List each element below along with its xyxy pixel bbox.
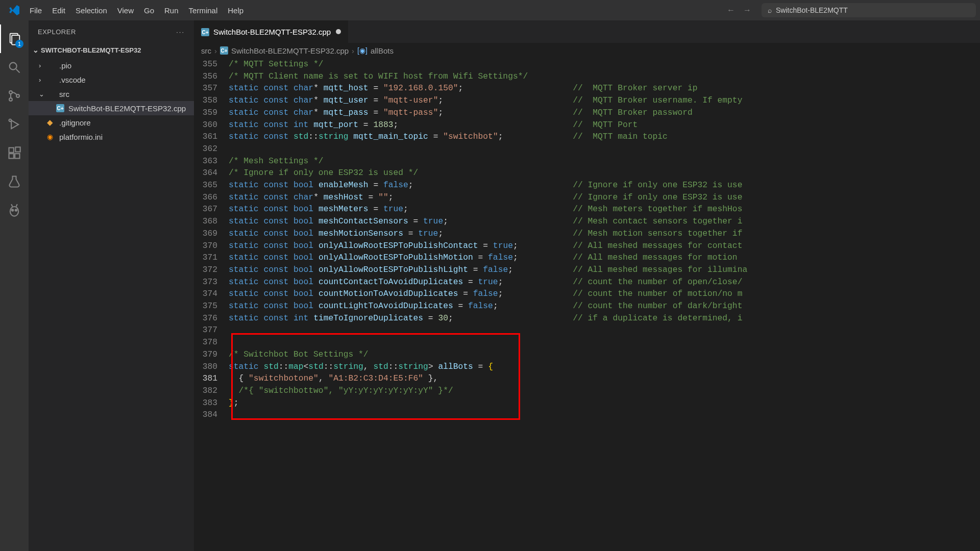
line-number: 355 — [194, 58, 229, 70]
nav-back-icon[interactable]: ← — [723, 6, 739, 15]
menubar: FileEditSelectionViewGoRunTerminalHelp ←… — [0, 0, 980, 20]
file-tree: ›.pio›.vscode⌄srcC+SwitchBot-BLE2MQTT-ES… — [29, 57, 194, 145]
activity-bar: 1 — [0, 20, 29, 551]
menu-selection[interactable]: Selection — [70, 6, 112, 15]
code-line: 370static const bool onlyAllowRootESPToP… — [194, 240, 980, 252]
file-item[interactable]: C+SwitchBot-BLE2MQTT-ESP32.cpp — [29, 101, 194, 115]
line-content: static const int timeToIgnoreDuplicates … — [229, 312, 980, 324]
tree-label: platformio.ini — [59, 133, 103, 141]
line-content: /* MQTT Client name is set to WIFI host … — [229, 70, 980, 83]
breadcrumb-part[interactable]: allBots — [371, 46, 394, 55]
line-number: 366 — [194, 191, 229, 204]
chevron-down-icon: ⌄ — [39, 90, 47, 98]
more-icon[interactable]: ··· — [176, 28, 185, 36]
search-text: SwitchBot-BLE2MQTT — [776, 6, 848, 14]
activity-search[interactable] — [0, 53, 29, 82]
platformio-file-icon: ◉ — [47, 133, 56, 141]
code-line: 381 { "switchbotone", "A1:B2:C3:D4:E5:F6… — [194, 372, 980, 385]
folder-item[interactable]: ›.pio — [29, 58, 194, 72]
code-line: 379/* Switchbot Bot Settings */ — [194, 348, 980, 361]
code-line: 357static const char* mqtt_host = "192.1… — [194, 82, 980, 94]
line-number: 371 — [194, 252, 229, 264]
code-line: 368static const bool meshContactSensors … — [194, 215, 980, 228]
nav-forward-icon[interactable]: → — [739, 6, 755, 15]
svg-line-17 — [16, 204, 17, 207]
menu-view[interactable]: View — [112, 6, 139, 15]
menu-help[interactable]: Help — [223, 6, 249, 15]
activity-debug[interactable] — [0, 110, 29, 139]
code-line: 377 — [194, 324, 980, 336]
line-number: 382 — [194, 385, 229, 397]
line-number: 362 — [194, 143, 229, 155]
tab-bar: C+ SwitchBot-BLE2MQTT-ESP32.cpp — [194, 20, 980, 43]
tree-label: SwitchBot-BLE2MQTT-ESP32.cpp — [68, 104, 186, 113]
line-number: 360 — [194, 119, 229, 131]
line-number: 375 — [194, 300, 229, 312]
activity-extensions[interactable] — [0, 139, 29, 167]
project-header[interactable]: ⌄ SWITCHBOT-BLE2MQTT-ESP32 — [29, 43, 194, 57]
editor-tab[interactable]: C+ SwitchBot-BLE2MQTT-ESP32.cpp — [194, 20, 349, 43]
line-number: 356 — [194, 70, 229, 83]
code-editor[interactable]: 355/* MQTT Settings */356/* MQTT Client … — [194, 58, 980, 551]
code-line: 369static const bool meshMotionSensors =… — [194, 228, 980, 240]
line-number: 381 — [194, 372, 229, 385]
line-number: 357 — [194, 82, 229, 94]
line-number: 369 — [194, 228, 229, 240]
line-content: static const bool onlyAllowRootESPToPubl… — [229, 264, 980, 276]
tab-label: SwitchBot-BLE2MQTT-ESP32.cpp — [213, 28, 331, 36]
project-name: SWITCHBOT-BLE2MQTT-ESP32 — [41, 46, 141, 54]
menu-go[interactable]: Go — [139, 6, 159, 15]
svg-rect-10 — [9, 154, 14, 158]
line-content: }; — [229, 397, 980, 409]
line-number: 365 — [194, 179, 229, 191]
breadcrumb-part[interactable]: SwitchBot-BLE2MQTT-ESP32.cpp — [231, 46, 349, 55]
line-number: 377 — [194, 324, 229, 336]
activity-platformio[interactable] — [0, 196, 29, 224]
svg-point-14 — [12, 209, 14, 211]
line-content: static const bool enableMesh = false; //… — [229, 179, 980, 191]
line-content: /* Switchbot Bot Settings */ — [229, 348, 980, 361]
line-content: static const char* meshHost = ""; // Ign… — [229, 191, 980, 204]
line-content — [229, 409, 980, 421]
explorer-badge: 1 — [15, 40, 23, 48]
activity-testing[interactable] — [0, 167, 29, 196]
menu-edit[interactable]: Edit — [47, 6, 70, 15]
line-number: 383 — [194, 397, 229, 409]
line-content: static const std::string mqtt_main_topic… — [229, 131, 980, 143]
line-content: /* Ignore if only one ESP32 is used */ — [229, 167, 980, 179]
file-item[interactable]: ◆.gitignore — [29, 115, 194, 130]
activity-scm[interactable] — [0, 82, 29, 110]
dirty-indicator-icon — [336, 29, 341, 34]
breadcrumb-part[interactable]: src — [201, 46, 211, 55]
line-content: { "switchbotone", "A1:B2:C3:D4:E5:F6" }, — [229, 372, 980, 385]
editor-group: C+ SwitchBot-BLE2MQTT-ESP32.cpp src › C+… — [194, 20, 980, 551]
breadcrumbs[interactable]: src › C+ SwitchBot-BLE2MQTT-ESP32.cpp › … — [194, 43, 980, 58]
line-number: 370 — [194, 240, 229, 252]
menu-run[interactable]: Run — [159, 6, 184, 15]
svg-line-16 — [11, 204, 12, 207]
tree-label: .vscode — [59, 76, 86, 84]
command-center-search[interactable]: ⌕ SwitchBot-BLE2MQTT — [762, 3, 976, 17]
line-content — [229, 324, 980, 336]
folder-item[interactable]: ⌄src — [29, 87, 194, 101]
svg-point-15 — [15, 209, 17, 211]
menu-terminal[interactable]: Terminal — [184, 6, 223, 15]
menu-file[interactable]: File — [24, 6, 47, 15]
line-content — [229, 143, 980, 155]
tree-label: .pio — [59, 61, 71, 70]
line-content: static const bool onlyAllowRootESPToPubl… — [229, 240, 980, 252]
folder-item[interactable]: ›.vscode — [29, 72, 194, 87]
code-line: 375static const bool countLightToAvoidDu… — [194, 300, 980, 312]
line-number: 384 — [194, 409, 229, 421]
code-line: 376static const int timeToIgnoreDuplicat… — [194, 312, 980, 324]
line-content: static const char* mqtt_pass = "mqtt-pas… — [229, 107, 980, 119]
svg-rect-12 — [15, 147, 20, 152]
line-content: static const char* mqtt_host = "192.168.… — [229, 82, 980, 94]
tree-label: .gitignore — [59, 118, 91, 127]
file-item[interactable]: ◉platformio.ini — [29, 130, 194, 144]
search-icon: ⌕ — [768, 6, 772, 14]
activity-explorer[interactable]: 1 — [0, 24, 29, 53]
line-content: static const bool meshMotionSensors = tr… — [229, 228, 980, 240]
chevron-right-icon: › — [39, 76, 47, 84]
code-line: 372static const bool onlyAllowRootESPToP… — [194, 264, 980, 276]
